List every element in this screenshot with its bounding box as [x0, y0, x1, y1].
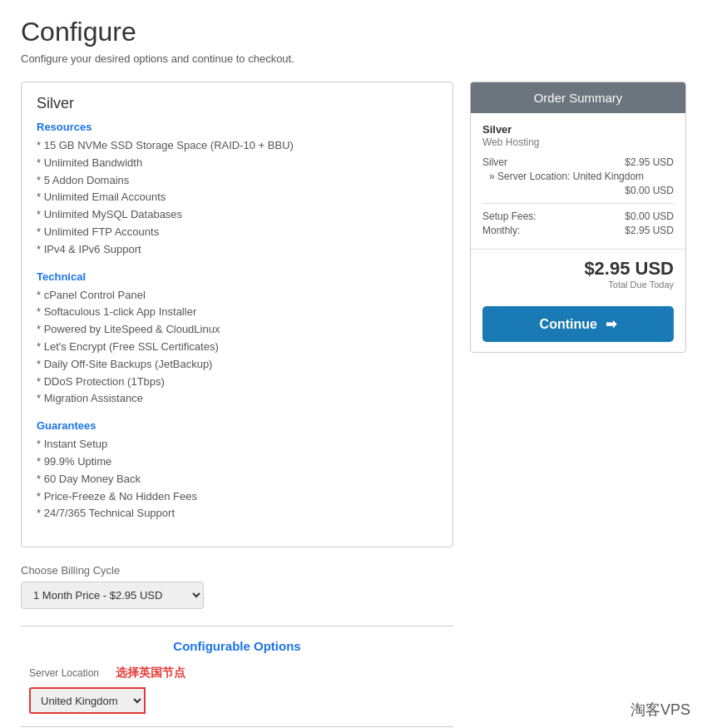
continue-button-label: Continue	[540, 317, 597, 331]
list-item: * 24/7/365 Technical Support	[37, 505, 438, 522]
resources-list: * 15 GB NVMe SSD Storage Space (RAID-10 …	[37, 137, 438, 259]
list-item: * Price-Freeze & No Hidden Fees	[37, 488, 438, 506]
silver-panel-title: Silver	[37, 95, 438, 112]
guarantees-label: Guarantees	[37, 419, 438, 432]
continue-button[interactable]: Continue ➡	[482, 306, 674, 342]
order-product-type: Web Hosting	[482, 136, 674, 148]
list-item: * 5 Addon Domains	[37, 172, 438, 190]
resources-label: Resources	[37, 121, 438, 133]
list-item: * DDoS Protection (1Tbps)	[37, 374, 438, 391]
server-location-label: Server Location	[29, 667, 99, 679]
list-item: * Unlimited FTP Accounts	[37, 224, 438, 241]
silver-panel: Silver Resources * 15 GB NVMe SSD Storag…	[21, 82, 453, 547]
order-setup-fees-line: Setup Fees: $0.00 USD	[482, 210, 674, 222]
order-silver-price: $2.95 USD	[625, 156, 674, 168]
order-setup-fees-label: Setup Fees:	[482, 210, 536, 222]
technical-label: Technical	[37, 270, 438, 283]
order-total-label: Total Due Today	[482, 280, 674, 290]
configurable-options-section: Configurable Options Server Location 选择英…	[21, 626, 453, 727]
order-product-name: Silver	[482, 123, 674, 136]
page-subtitle: Configure your desired options and conti…	[21, 52, 686, 65]
billing-cycle-label: Choose Billing Cycle	[21, 564, 453, 577]
guarantees-list: * Instant Setup * 99.9% Uptime * 60 Day …	[37, 436, 438, 522]
list-item: * Softaculous 1-click App Installer	[37, 304, 438, 321]
list-item: * Unlimited Bandwidth	[37, 155, 438, 172]
order-server-location-label: » Server Location: United Kingdom	[489, 171, 644, 182]
list-item: * 60 Day Money Back	[37, 471, 438, 488]
order-server-location-price: $0.00 USD	[625, 185, 674, 196]
order-silver-line: Silver $2.95 USD	[482, 156, 674, 168]
technical-list: * cPanel Control Panel * Softaculous 1-c…	[37, 287, 438, 409]
server-location-hint: 选择英国节点	[116, 666, 185, 681]
order-summary-header: Order Summary	[471, 82, 685, 113]
list-item: * Unlimited Email Accounts	[37, 189, 438, 206]
list-item: * Daily Off-Site Backups (JetBackup)	[37, 356, 438, 374]
server-location-select-wrapper: United Kingdom United States	[29, 687, 445, 714]
billing-section: Choose Billing Cycle 1 Month Price - $2.…	[21, 564, 453, 609]
order-summary-column: Order Summary Silver Web Hosting Silver …	[470, 82, 686, 353]
list-item: * 99.9% Uptime	[37, 453, 438, 471]
order-setup-fees-value: $0.00 USD	[625, 210, 674, 222]
watermark: 淘客VPS	[630, 700, 690, 720]
list-item: * IPv4 & IPv6 Support	[37, 241, 438, 259]
order-monthly-line: Monthly: $2.95 USD	[482, 225, 674, 236]
configurable-options-title: Configurable Options	[21, 639, 453, 653]
billing-cycle-select[interactable]: 1 Month Price - $2.95 USD	[21, 582, 204, 609]
order-divider	[482, 203, 674, 204]
list-item: * Migration Assistance	[37, 390, 438, 408]
order-monthly-label: Monthly:	[482, 225, 520, 236]
list-item: * 15 GB NVMe SSD Storage Space (RAID-10 …	[37, 137, 438, 155]
order-monthly-value: $2.95 USD	[625, 225, 674, 236]
page-title: Configure	[21, 17, 686, 47]
list-item: * Unlimited MySQL Databases	[37, 206, 438, 224]
order-summary: Order Summary Silver Web Hosting Silver …	[470, 82, 686, 353]
order-summary-body: Silver Web Hosting Silver $2.95 USD » Se…	[471, 113, 685, 249]
order-silver-label: Silver	[482, 156, 507, 168]
arrow-icon: ➡	[606, 317, 616, 331]
list-item: * cPanel Control Panel	[37, 287, 438, 305]
left-column: Silver Resources * 15 GB NVMe SSD Storag…	[21, 82, 453, 728]
list-item: * Powered by LiteSpeed & CloudLinux	[37, 321, 438, 339]
order-total-section: $2.95 USD Total Due Today	[471, 249, 685, 296]
list-item: * Instant Setup	[37, 436, 438, 453]
order-total-amount: $2.95 USD	[482, 258, 674, 280]
order-server-location-line: » Server Location: United Kingdom	[482, 171, 674, 182]
list-item: * Let's Encrypt (Free SSL Certificates)	[37, 339, 438, 356]
server-location-select[interactable]: United Kingdom United States	[29, 687, 146, 714]
order-server-location-price-line: $0.00 USD	[482, 185, 674, 196]
